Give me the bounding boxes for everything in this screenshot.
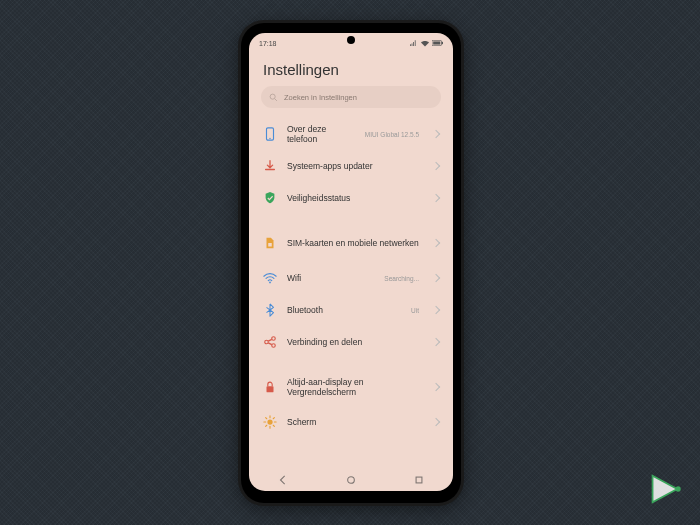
- phone-frame: 17:18 Instellingen Zoeken in Instellinge…: [238, 20, 464, 506]
- svg-rect-2: [442, 42, 443, 44]
- row-label: Wifi: [287, 273, 374, 283]
- row-label: Bluetooth: [287, 305, 401, 315]
- chevron-right-icon: [432, 274, 440, 282]
- row-label: Veiligheidsstatus: [287, 193, 423, 203]
- chevron-right-icon: [432, 194, 440, 202]
- row-connection-sharing[interactable]: Verbinding en delen: [249, 326, 453, 358]
- svg-marker-24: [653, 476, 678, 502]
- phone-bezel: 17:18 Instellingen Zoeken in Instellinge…: [241, 23, 461, 503]
- svg-line-20: [266, 425, 267, 426]
- page-title: Instellingen: [249, 51, 453, 86]
- row-system-updater[interactable]: Systeem-apps updater: [249, 150, 453, 182]
- chevron-right-icon: [432, 239, 440, 247]
- svg-point-6: [269, 138, 270, 139]
- svg-line-4: [275, 98, 277, 100]
- phone-icon: [263, 127, 277, 141]
- svg-line-18: [266, 418, 267, 419]
- chevron-right-icon: [432, 130, 440, 138]
- nav-back-icon[interactable]: [278, 475, 288, 485]
- phone-screen: 17:18 Instellingen Zoeken in Instellinge…: [249, 33, 453, 491]
- section-gap: [249, 214, 453, 224]
- row-bluetooth[interactable]: Bluetooth Uit: [249, 294, 453, 326]
- status-time: 17:18: [259, 40, 277, 47]
- chevron-right-icon: [432, 383, 440, 391]
- row-label: Systeem-apps updater: [287, 161, 423, 171]
- brightness-icon: [263, 415, 277, 429]
- watermark-logo: [642, 467, 686, 511]
- row-security-status[interactable]: Veiligheidsstatus: [249, 182, 453, 214]
- lock-icon: [263, 380, 277, 394]
- shield-icon: [263, 191, 277, 205]
- search-bar[interactable]: Zoeken in Instellingen: [261, 86, 441, 108]
- row-about-phone[interactable]: Over deze telefoon MIUI Global 12.5.5: [249, 118, 453, 150]
- wifi-icon: [263, 271, 277, 285]
- bluetooth-icon: [263, 303, 277, 317]
- row-sim-cards[interactable]: SIM-kaarten en mobiele netwerken: [249, 224, 453, 262]
- signal-icon: [410, 40, 418, 47]
- row-label: Scherm: [287, 417, 423, 427]
- sim-icon: [263, 236, 277, 250]
- chevron-right-icon: [432, 418, 440, 426]
- row-label: Over deze telefoon: [287, 124, 355, 144]
- row-label: Altijd-aan-display en Vergrendelscherm: [287, 377, 423, 397]
- row-subtext: MIUI Global 12.5.5: [365, 131, 419, 138]
- svg-rect-1: [433, 41, 440, 44]
- svg-point-3: [270, 94, 275, 99]
- search-icon: [269, 93, 278, 102]
- search-placeholder: Zoeken in Instellingen: [284, 93, 357, 102]
- row-display[interactable]: Scherm: [249, 406, 453, 438]
- svg-point-11: [272, 344, 276, 348]
- camera-punch-hole: [347, 36, 355, 44]
- chevron-right-icon: [432, 162, 440, 170]
- section-gap: [249, 358, 453, 368]
- chevron-right-icon: [432, 306, 440, 314]
- svg-point-8: [269, 282, 271, 284]
- row-subtext: Searching...: [384, 275, 419, 282]
- row-aod-lockscreen[interactable]: Altijd-aan-display en Vergrendelscherm: [249, 368, 453, 406]
- row-label: SIM-kaarten en mobiele netwerken: [287, 238, 423, 248]
- row-subtext: Uit: [411, 307, 419, 314]
- battery-icon: [432, 40, 443, 46]
- status-icons: [410, 40, 443, 47]
- svg-line-21: [273, 418, 274, 419]
- nav-bar: [249, 469, 453, 491]
- svg-rect-23: [416, 477, 422, 483]
- nav-home-icon[interactable]: [346, 475, 356, 485]
- chevron-right-icon: [432, 338, 440, 346]
- svg-point-9: [265, 340, 269, 344]
- row-label: Verbinding en delen: [287, 337, 423, 347]
- svg-rect-12: [267, 386, 274, 392]
- svg-point-13: [267, 419, 272, 424]
- update-icon: [263, 159, 277, 173]
- sharing-icon: [263, 335, 277, 349]
- svg-line-19: [273, 425, 274, 426]
- row-wifi[interactable]: Wifi Searching...: [249, 262, 453, 294]
- nav-recents-icon[interactable]: [414, 475, 424, 485]
- wifi-icon: [421, 40, 429, 47]
- svg-point-22: [348, 477, 355, 484]
- svg-point-26: [675, 486, 680, 491]
- svg-point-10: [272, 337, 276, 341]
- svg-rect-7: [268, 243, 272, 247]
